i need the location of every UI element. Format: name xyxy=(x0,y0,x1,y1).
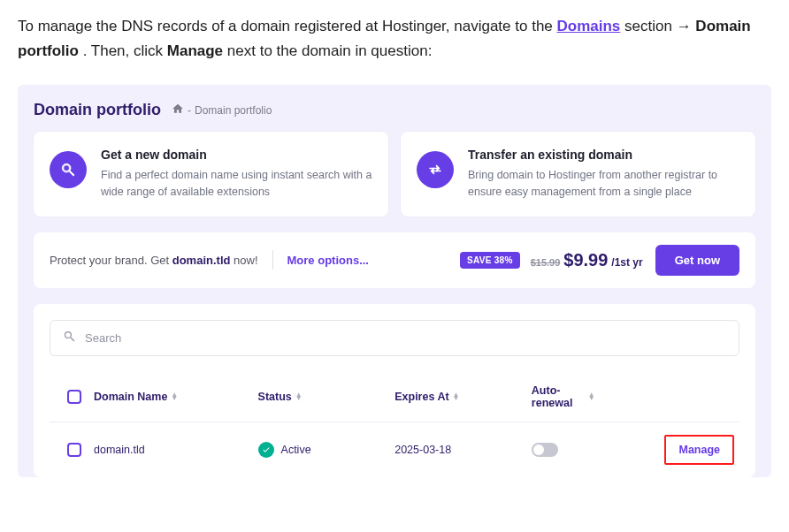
card-title: Get a new domain xyxy=(101,148,372,162)
list-panel: Domain Name ▲▼ Status ▲▼ Expires At ▲▼ xyxy=(34,304,755,477)
domains-table: Domain Name ▲▼ Status ▲▼ Expires At ▲▼ xyxy=(50,372,739,477)
toggle-knob xyxy=(533,445,544,455)
transfer-icon xyxy=(417,151,454,188)
row-checkbox[interactable] xyxy=(67,443,81,457)
sort-icon: ▲▼ xyxy=(588,393,595,400)
intro-text: To manage the DNS records of a domain re… xyxy=(18,18,557,34)
cell-domain: domain.tld xyxy=(94,444,258,456)
col-status[interactable]: Status ▲▼ xyxy=(258,391,303,403)
status-label: Active xyxy=(281,444,311,456)
card-title: Transfer an existing domain xyxy=(468,148,739,162)
price-period: /1st yr xyxy=(611,256,642,269)
table-row: domain.tld Active 2025-03-18 xyxy=(50,422,739,477)
promo-bar: Protect your brand. Get domain.tld now! … xyxy=(34,232,755,288)
breadcrumb-sep: - xyxy=(188,104,191,117)
card-transfer-domain[interactable]: Transfer an existing domain Bring domain… xyxy=(401,132,755,217)
intro-text: . Then, click xyxy=(83,42,167,59)
breadcrumb-current: Domain portfolio xyxy=(195,104,272,117)
intro-paragraph: To manage the DNS records of a domain re… xyxy=(18,14,771,64)
domains-link[interactable]: Domains xyxy=(557,18,621,34)
breadcrumb: - Domain portfolio xyxy=(172,103,272,118)
intro-text: section → xyxy=(624,18,695,34)
cell-expires: 2025-03-18 xyxy=(394,444,532,456)
new-price: $9.99 xyxy=(563,250,608,270)
search-icon xyxy=(63,330,76,346)
table-header-row: Domain Name ▲▼ Status ▲▼ Expires At ▲▼ xyxy=(50,372,739,422)
select-all-checkbox[interactable] xyxy=(67,390,81,404)
intro-text: next to the domain in question: xyxy=(227,42,433,59)
col-auto-renewal[interactable]: Auto-renewal ▲▼ xyxy=(532,384,595,409)
cell-status: Active xyxy=(258,442,395,458)
check-circle-icon xyxy=(258,442,274,458)
card-new-domain[interactable]: Get a new domain Find a perfect domain n… xyxy=(34,132,388,217)
sort-icon: ▲▼ xyxy=(453,393,460,400)
intro-bold: Manage xyxy=(167,42,223,59)
divider xyxy=(272,250,273,270)
col-expires[interactable]: Expires At ▲▼ xyxy=(394,391,459,403)
save-badge: SAVE 38% xyxy=(460,252,520,269)
auto-renewal-toggle[interactable] xyxy=(532,443,558,457)
manage-button[interactable]: Manage xyxy=(664,435,734,465)
price-block: $15.99 $9.99/1st yr xyxy=(531,250,643,270)
card-desc: Bring domain to Hostinger from another r… xyxy=(468,167,739,201)
sort-icon: ▲▼ xyxy=(295,393,303,400)
card-desc: Find a perfect domain name using instant… xyxy=(101,167,372,201)
page-title: Domain portfolio xyxy=(34,101,161,119)
cards-row: Get a new domain Find a perfect domain n… xyxy=(34,132,755,217)
home-icon[interactable] xyxy=(172,103,184,118)
promo-text: Protect your brand. Get domain.tld now! xyxy=(50,254,258,267)
old-price: $15.99 xyxy=(531,257,561,268)
sort-icon: ▲▼ xyxy=(171,393,178,400)
more-options-link[interactable]: More options... xyxy=(287,254,369,267)
portfolio-panel: Domain portfolio - Domain portfolio Get … xyxy=(18,85,771,477)
col-domain-name[interactable]: Domain Name ▲▼ xyxy=(94,391,178,403)
search-icon xyxy=(50,151,87,188)
search-field[interactable] xyxy=(50,320,739,356)
search-input[interactable] xyxy=(85,331,726,345)
panel-header: Domain portfolio - Domain portfolio xyxy=(34,101,755,119)
get-now-button[interactable]: Get now xyxy=(655,245,739,276)
